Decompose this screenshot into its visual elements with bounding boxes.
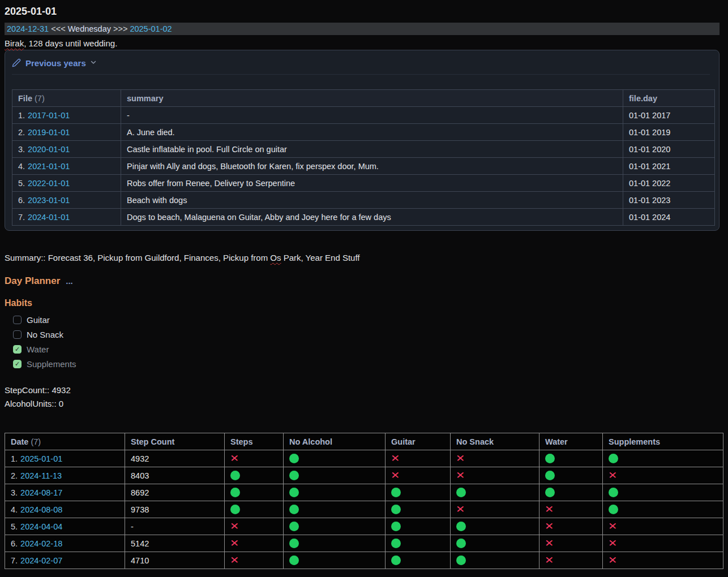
summary-cell: - xyxy=(121,107,623,124)
day-planner-heading: Day Planner... xyxy=(5,275,723,287)
habit-label: Guitar xyxy=(27,315,50,325)
pencil-icon xyxy=(12,58,21,67)
col-header-supplements: Supplements xyxy=(603,433,723,450)
row-index: 2. xyxy=(18,128,25,137)
date-link[interactable]: 2025-01-01 xyxy=(20,454,62,463)
file-day-cell: 01-01 2020 xyxy=(623,141,715,158)
status-icon xyxy=(230,556,238,565)
status-icon xyxy=(545,522,553,531)
status-icon xyxy=(456,471,464,480)
habit-item-no-snack: No Snack xyxy=(5,327,723,342)
page-title: 2025-01-01 xyxy=(5,5,723,18)
step-count-cell: - xyxy=(125,518,225,535)
nav-right-separator: >>> xyxy=(111,24,130,33)
step-count-cell: 4932 xyxy=(125,450,225,467)
status-icon xyxy=(545,488,555,497)
status-icon xyxy=(609,556,616,565)
prev-day-link[interactable]: 2024-12-31 xyxy=(7,24,49,33)
status-icon xyxy=(289,454,299,463)
status-icon xyxy=(456,454,464,463)
habits-heading: Habits xyxy=(5,298,723,309)
habit-label: Supplements xyxy=(27,359,76,369)
habit-history-table: Date(7) Step Count Steps No Alcohol Guit… xyxy=(5,433,723,569)
file-day-cell: 01-01 2022 xyxy=(623,175,715,192)
summary-cell: A. June died. xyxy=(121,124,623,141)
status-icon xyxy=(609,454,618,463)
status-icon xyxy=(609,488,618,497)
file-day-cell: 01-01 2019 xyxy=(623,124,715,141)
col-header-no-alcohol: No Alcohol xyxy=(284,433,386,450)
checkbox[interactable] xyxy=(13,360,22,368)
status-icon xyxy=(289,505,299,514)
file-link[interactable]: 2023-01-01 xyxy=(28,196,70,205)
callout-divider xyxy=(12,74,710,75)
step-count-cell: 8692 xyxy=(125,484,225,501)
date-link[interactable]: 2024-08-17 xyxy=(20,488,62,497)
file-link[interactable]: 2019-01-01 xyxy=(28,128,70,137)
row-index: 5. xyxy=(18,179,25,188)
status-icon xyxy=(289,556,299,565)
day-navigation-bar: 2024-12-31 <<< Wednesday >>> 2025-01-02 xyxy=(5,23,720,35)
date-count: (7) xyxy=(31,437,41,446)
table-row: 5.2022-01-01 Robs offer from Renee, Deli… xyxy=(12,175,715,192)
status-icon xyxy=(289,471,299,480)
file-link[interactable]: 2020-01-01 xyxy=(28,145,70,154)
chevron-down-icon[interactable] xyxy=(90,59,97,66)
callout-title-label: Previous years xyxy=(25,58,86,68)
file-link[interactable]: 2017-01-01 xyxy=(28,111,70,120)
status-icon xyxy=(456,556,466,565)
status-icon xyxy=(545,505,553,514)
status-icon xyxy=(391,471,399,480)
file-count: (7) xyxy=(35,94,45,103)
status-icon xyxy=(609,505,618,514)
file-link[interactable]: 2024-01-01 xyxy=(28,213,70,222)
misspelled-word: Os xyxy=(270,253,281,262)
row-index: 3. xyxy=(18,145,25,154)
step-count-cell: 8403 xyxy=(125,467,225,484)
status-icon xyxy=(456,488,466,497)
checkbox[interactable] xyxy=(13,330,22,339)
status-icon xyxy=(456,539,466,548)
table-row: 5.2024-04-04 - xyxy=(5,518,723,535)
row-index: 1. xyxy=(11,454,18,463)
habit-checklist: Guitar No Snack Water Supplements xyxy=(5,312,723,371)
date-link[interactable]: 2024-11-13 xyxy=(20,471,62,480)
table-row: 3.2020-01-01 Castle inflatable in pool. … xyxy=(12,141,715,158)
habit-label: Water xyxy=(27,345,49,354)
col-header-step-count: Step Count xyxy=(125,433,225,450)
table-header-row: File(7) summary file.day xyxy=(12,90,715,107)
previous-years-callout: Previous years File(7) summary file.day … xyxy=(5,50,720,231)
checkbox[interactable] xyxy=(13,316,22,324)
habit-item-guitar: Guitar xyxy=(5,312,723,327)
step-count-cell: 4710 xyxy=(125,552,225,569)
collapsed-content-indicator[interactable]: ... xyxy=(66,276,73,286)
misspelled-word: Birak xyxy=(5,38,24,48)
habit-item-supplements: Supplements xyxy=(5,356,723,371)
status-icon xyxy=(391,505,401,514)
status-icon xyxy=(456,522,466,531)
file-day-cell: 01-01 2017 xyxy=(623,107,715,124)
weekday-label: Wednesday xyxy=(68,24,111,33)
date-link[interactable]: 2024-02-07 xyxy=(20,556,62,565)
col-header-file: File(7) xyxy=(12,90,121,107)
table-row: 1.2025-01-01 4932 xyxy=(5,450,723,467)
date-link[interactable]: 2024-04-04 xyxy=(20,522,62,531)
status-icon xyxy=(609,471,616,480)
status-icon xyxy=(609,522,616,531)
file-link[interactable]: 2022-01-01 xyxy=(28,179,70,188)
table-row: 7.2024-02-07 4710 xyxy=(5,552,723,569)
summary-cell: Beach with dogs xyxy=(121,192,623,209)
habit-item-water: Water xyxy=(5,342,723,356)
status-icon xyxy=(545,471,555,480)
date-link[interactable]: 2024-08-08 xyxy=(20,505,62,514)
row-index: 6. xyxy=(18,196,25,205)
row-index: 5. xyxy=(11,522,18,531)
previous-years-callout-title[interactable]: Previous years xyxy=(12,57,710,69)
status-icon xyxy=(289,539,299,548)
date-link[interactable]: 2024-02-18 xyxy=(20,539,62,548)
table-row: 6.2024-02-18 5142 xyxy=(5,535,723,552)
file-link[interactable]: 2021-01-01 xyxy=(28,162,70,171)
status-icon xyxy=(545,539,553,548)
checkbox[interactable] xyxy=(13,345,22,354)
next-day-link[interactable]: 2025-01-02 xyxy=(130,24,172,33)
